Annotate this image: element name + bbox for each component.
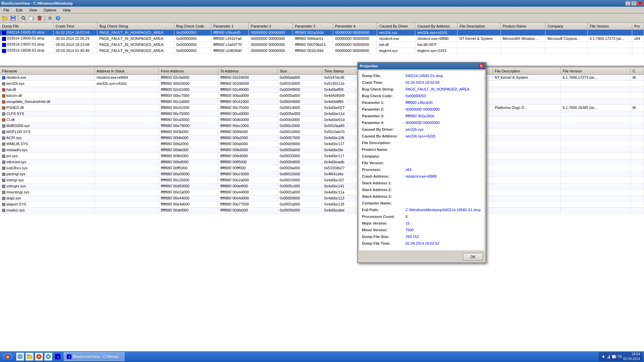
col-address-in-stack[interactable]: Address In Stack: [95, 68, 159, 74]
col-param1[interactable]: Parameter 1: [211, 23, 249, 29]
col-c[interactable]: C: [631, 68, 644, 74]
col-caused-by-driver[interactable]: Caused By Driver: [377, 23, 415, 29]
file-cell: [95, 86, 159, 93]
col-file-desc-upper[interactable]: File Description: [457, 23, 500, 29]
col-param3[interactable]: Parameter 3: [293, 23, 333, 29]
taskbar-folder-icon[interactable]: [25, 353, 34, 361]
file-row[interactable]: hal.dllfffff800`02c01000fffff800`02c4900…: [0, 86, 644, 93]
taskbar-app-icon: :): [67, 354, 71, 359]
toolbar-copy[interactable]: [28, 14, 35, 22]
taskbar-app-item[interactable]: :) BlueScreenView - C:\Windo...: [64, 352, 124, 361]
prop-row: Product Name:: [362, 147, 482, 153]
volume-icon[interactable]: [601, 355, 605, 359]
crash-table-body: 040214-16582-01.dmp04.02.2014 18:02:04PA…: [0, 29, 644, 54]
tray-clock[interactable]: 18:04 02.04.2014: [623, 352, 640, 361]
col-file-version-upper[interactable]: File Version: [587, 23, 632, 29]
file-icon: [2, 197, 5, 200]
dialog-ok-button[interactable]: OK: [463, 253, 483, 260]
file-row[interactable]: ataport.SYSfffff880`00e4d000fffff880`00e…: [0, 201, 644, 207]
col-bug-check-string[interactable]: Bug Check String: [97, 23, 174, 29]
file-row[interactable]: Wdf01000.sysfffff880`00e79000fffff880`00…: [0, 123, 644, 129]
file-row[interactable]: kdcom.dllfffff800`00bc7000fffff800`00bad…: [0, 93, 644, 99]
toolbar-delete[interactable]: [36, 14, 43, 22]
minimize-button[interactable]: _: [625, 1, 631, 6]
file-icon: [2, 106, 5, 110]
col-size[interactable]: Size: [278, 68, 322, 74]
file-row[interactable]: CLFS.SYSfffff880`00c75000fffff880`00cd30…: [0, 111, 644, 117]
col-company[interactable]: Company: [545, 23, 588, 29]
file-row[interactable]: pci.sysfffff880`00fb5000fffff880`00fe800…: [0, 153, 644, 159]
crash-cell: dxgkrnl.sys: [377, 48, 415, 54]
col-bug-check-code[interactable]: Bug Check Code: [174, 23, 211, 29]
window-controls[interactable]: _ □ ✕: [625, 1, 643, 6]
file-cell: [95, 99, 159, 105]
file-cell: [95, 201, 159, 207]
file-row[interactable]: volmgrx.sysfffff880`00d93000fffff880`00d…: [0, 183, 644, 189]
network-icon[interactable]: [607, 355, 611, 359]
file-row[interactable]: atapi.sysfffff880`00e44000fffff880`00e4d…: [0, 195, 644, 201]
taskbar-bsv-icon[interactable]: :): [54, 353, 62, 361]
file-row[interactable]: iusb3hcs.sysfffff880`00ff5000fffff880`00…: [0, 165, 644, 171]
dialog-close-button[interactable]: ✕: [479, 64, 484, 68]
close-button[interactable]: ✕: [637, 1, 643, 6]
file-row[interactable]: msisadrv.sysfffff880`00fab000fffff880`00…: [0, 147, 644, 153]
file-cell: [560, 165, 630, 171]
file-row[interactable]: WDFLDR.SYSfffff880`00f3b000fffff880`00f4…: [0, 129, 644, 135]
col-param2[interactable]: Parameter 2: [249, 23, 292, 29]
tray-language[interactable]: TR: [618, 355, 622, 359]
svg-text::): :): [68, 356, 70, 358]
taskbar-explorer-icon[interactable]: [16, 353, 24, 361]
crash-row[interactable]: 040214-16582-01.dmp04.02.2014 18:02:04PA…: [0, 29, 644, 36]
file-row[interactable]: ntoskrnl.exentoskrnl.exe+ef694fffff800`0…: [0, 74, 644, 80]
col-file-desc-lower[interactable]: File Description: [493, 68, 561, 74]
col-dump-file[interactable]: Dump File: [0, 23, 53, 29]
file-row[interactable]: vdrvroot.sysfffff880`00fe8000fffff880`00…: [0, 159, 644, 165]
menu-view[interactable]: View: [27, 7, 39, 13]
file-row[interactable]: CI.dllfffff880`00cd3000fffff880`00d93000…: [0, 117, 644, 123]
file-cell: [493, 93, 561, 99]
col-crash-time[interactable]: Crash Time: [53, 23, 97, 29]
taskbar-chrome-icon[interactable]: [44, 353, 52, 361]
toolbar-open[interactable]: [1, 14, 9, 22]
taskbar-media-icon[interactable]: [35, 353, 43, 361]
file-row[interactable]: mcupdate_GenuineIntel.dllfffff880`00c1d0…: [0, 99, 644, 105]
toolbar-settings[interactable]: [46, 14, 54, 22]
file-cell: ACPI.sys: [0, 135, 95, 141]
file-row[interactable]: ACPI.sysfffff880`00f4b000fffff880`00fa20…: [0, 135, 644, 141]
toolbar-help[interactable]: ?: [54, 14, 62, 22]
prop-label: Processors Count:: [362, 214, 406, 219]
menu-help[interactable]: Help: [61, 7, 73, 13]
file-row[interactable]: mountmgr.sysfffff880`00e2a000fffff880`00…: [0, 189, 644, 195]
col-product-name-upper[interactable]: Product Name: [500, 23, 545, 29]
file-row[interactable]: partmgr.sysfffff880`00e00000fffff880`00e…: [0, 171, 644, 177]
crash-row[interactable]: 032914-16036-01.dmp29.03.2014 01:45:46PA…: [0, 48, 644, 54]
file-cell: kdcom.dll: [0, 93, 95, 99]
menu-edit[interactable]: Edit: [14, 7, 24, 13]
col-processor-upper[interactable]: Pro: [632, 23, 644, 29]
prop-value: [406, 147, 482, 148]
file-row[interactable]: PSHED.dllfffff880`00c61000fffff880`00c75…: [0, 105, 644, 111]
col-caused-by-address[interactable]: Caused By Address: [415, 23, 458, 29]
col-param4[interactable]: Parameter 4: [333, 23, 377, 29]
toolbar-find[interactable]: [20, 14, 27, 22]
menu-options[interactable]: Options: [42, 7, 58, 13]
file-row[interactable]: win32k.syswin32k.sys+c62d1fffff960`00020…: [0, 80, 644, 86]
toolbar-save[interactable]: [9, 14, 17, 22]
crash-table: Dump File Crash Time Bug Check String Bu…: [0, 23, 644, 54]
file-cell: [95, 93, 159, 99]
crash-row[interactable]: 033014-19500-01.dmp30.03.2014 22:05:24PA…: [0, 36, 644, 42]
crash-row[interactable]: 032914-13837-01.dmp29.03.2014 18:23:08PA…: [0, 42, 644, 48]
col-file-version-lower[interactable]: File Version: [560, 68, 630, 74]
menu-file[interactable]: File: [1, 7, 11, 13]
file-row[interactable]: volmgr.sysfffff880`00c15000fffff880`00e2…: [0, 177, 644, 183]
start-button[interactable]: ⊞: [1, 352, 14, 361]
file-row[interactable]: msahci.sysfffff880`00def000fffff880`00df…: [0, 207, 644, 213]
maximize-button[interactable]: □: [631, 1, 637, 6]
crash-cell: [632, 42, 644, 48]
properties-dialog[interactable]: Properties ✕ Dump File:040214-16582-01.d…: [357, 62, 486, 263]
file-row[interactable]: WMILIB.SYSfffff880`00fa2000fffff880`00fa…: [0, 141, 644, 147]
col-from-address[interactable]: From Address: [159, 68, 218, 74]
col-filename[interactable]: Filename: [0, 68, 95, 74]
battery-icon[interactable]: [612, 355, 616, 359]
col-to-address[interactable]: To Address: [218, 68, 277, 74]
